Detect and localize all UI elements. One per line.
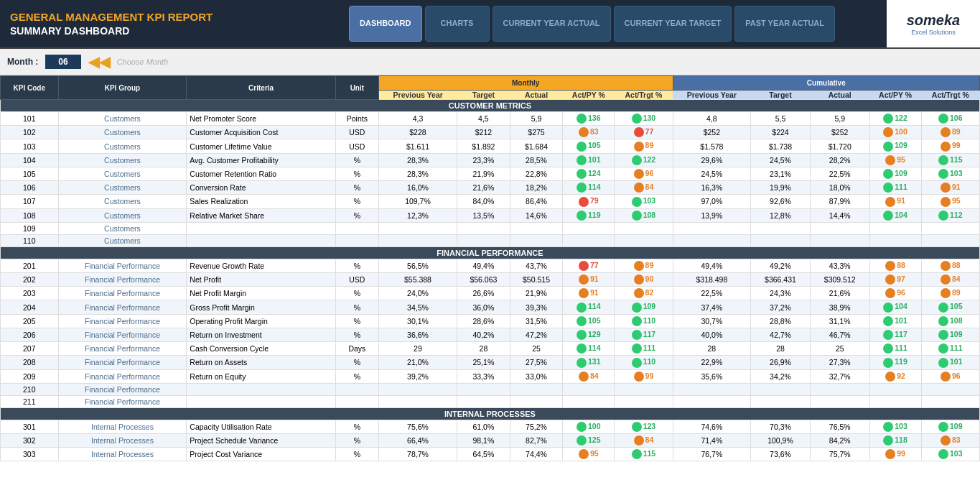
logo-text: someka	[907, 12, 961, 29]
table-row: 102CustomersCustomer Acquisition CostUSD…	[1, 126, 980, 139]
back-arrow-icon[interactable]: ◀◀	[88, 53, 110, 70]
top-bar: GENERAL MANAGEMENT KPI REPORT SUMMARY DA…	[0, 0, 980, 49]
table-row: 108CustomersRelative Market Share%12,3%1…	[1, 208, 980, 222]
table-row: 209Financial PerformanceReturn on Equity…	[1, 369, 980, 383]
table-row: 204Financial PerformanceGross Profit Mar…	[1, 300, 980, 314]
app-container: GENERAL MANAGEMENT KPI REPORT SUMMARY DA…	[0, 0, 980, 503]
m-acttg-header: Act/Trgt %	[615, 91, 673, 100]
group-header-row: KPI Code KPI Group Criteria Unit Monthly…	[1, 76, 980, 91]
choose-month-hint: Choose Month	[117, 57, 169, 66]
table-row: 201Financial PerformanceRevenue Growth R…	[1, 259, 980, 272]
section-header-row: FINANCIAL PERFORMANCE	[1, 246, 980, 259]
col-header-group: KPI Group	[58, 76, 187, 100]
m-prev-year-header: Previous Year	[378, 91, 457, 100]
monthly-header: Monthly	[378, 76, 673, 91]
content-area: Month : 06 ◀◀ Choose Month KPI Code KPI …	[0, 49, 980, 503]
tab-past-year-actual[interactable]: PAST YEAR ACTUAL	[734, 6, 835, 42]
table-row: 107CustomersSales Realization%109,7%84,0…	[1, 195, 980, 208]
filter-row: Month : 06 ◀◀ Choose Month	[0, 49, 980, 75]
c-target-header: Target	[751, 91, 811, 100]
table-row: 203Financial PerformanceNet Profit Margi…	[1, 287, 980, 300]
table-row: 103CustomersCustomer Lifetime ValueUSD$1…	[1, 139, 980, 153]
table-row: 210Financial Performance	[1, 383, 980, 395]
nav-tabs: DASHBOARD CHARTS CURRENT YEAR ACTUAL CUR…	[345, 0, 887, 47]
logo-section: someka Excel Solutions	[887, 0, 980, 47]
table-row: 101CustomersNet Promoter ScorePoints4,34…	[1, 112, 980, 126]
table-row: 301Internal ProcessesCapacity Utilisatio…	[1, 420, 980, 433]
cumulative-header: Cumulative	[673, 76, 979, 91]
kpi-tbody: CUSTOMER METRICS101CustomersNet Promoter…	[1, 100, 980, 461]
report-subtitle: SUMMARY DASHBOARD	[10, 25, 335, 37]
table-row: 104CustomersAvg. Customer Profitability%…	[1, 153, 980, 167]
col-header-code: KPI Code	[1, 76, 59, 100]
c-acttg-header: Act/Trgt %	[921, 91, 979, 100]
m-target-header: Target	[457, 91, 510, 100]
tab-current-year-actual[interactable]: CURRENT YEAR ACTUAL	[493, 6, 611, 42]
table-row: 303Internal ProcessesProject Cost Varian…	[1, 448, 980, 461]
month-value[interactable]: 06	[45, 55, 80, 69]
report-title: GENERAL MANAGEMENT KPI REPORT	[10, 11, 335, 23]
tab-dashboard[interactable]: DASHBOARD	[349, 6, 422, 42]
table-row: 211Financial Performance	[1, 395, 980, 407]
month-label: Month :	[7, 57, 38, 67]
c-actual-header: Actual	[810, 91, 869, 100]
kpi-table-area: KPI Code KPI Group Criteria Unit Monthly…	[0, 75, 980, 461]
col-header-criteria: Criteria	[187, 76, 336, 100]
table-row: 202Financial PerformanceNet ProfitUSD$55…	[1, 272, 980, 286]
m-actpy-header: Act/PY %	[563, 91, 615, 100]
table-row: 206Financial PerformanceReturn on Invest…	[1, 328, 980, 341]
logo: someka Excel Solutions	[907, 12, 961, 36]
tab-current-year-target[interactable]: CURRENT YEAR TARGET	[614, 6, 732, 42]
section-header-row: CUSTOMER METRICS	[1, 100, 980, 112]
table-row: 109Customers	[1, 222, 980, 234]
table-row: 105CustomersCustomer Retention Ratio%28,…	[1, 167, 980, 180]
table-row: 207Financial PerformanceCash Conversion …	[1, 342, 980, 356]
tab-charts[interactable]: CHARTS	[425, 6, 490, 42]
table-row: 106CustomersConversion Rate%16,0%21,6%18…	[1, 181, 980, 195]
m-actual-header: Actual	[510, 91, 563, 100]
title-section: GENERAL MANAGEMENT KPI REPORT SUMMARY DA…	[0, 0, 345, 47]
table-row: 205Financial PerformanceOperating Profit…	[1, 314, 980, 328]
col-header-unit: Unit	[335, 76, 378, 100]
c-actpy-header: Act/PY %	[869, 91, 921, 100]
table-row: 110Customers	[1, 234, 980, 246]
table-row: 302Internal ProcessesProject Schedule Va…	[1, 433, 980, 447]
c-prev-year-header: Previous Year	[673, 91, 751, 100]
section-header-row: INTERNAL PROCESSES	[1, 407, 980, 420]
table-row: 208Financial PerformanceReturn on Assets…	[1, 356, 980, 369]
kpi-table: KPI Code KPI Group Criteria Unit Monthly…	[0, 75, 980, 461]
logo-sub: Excel Solutions	[907, 29, 961, 36]
